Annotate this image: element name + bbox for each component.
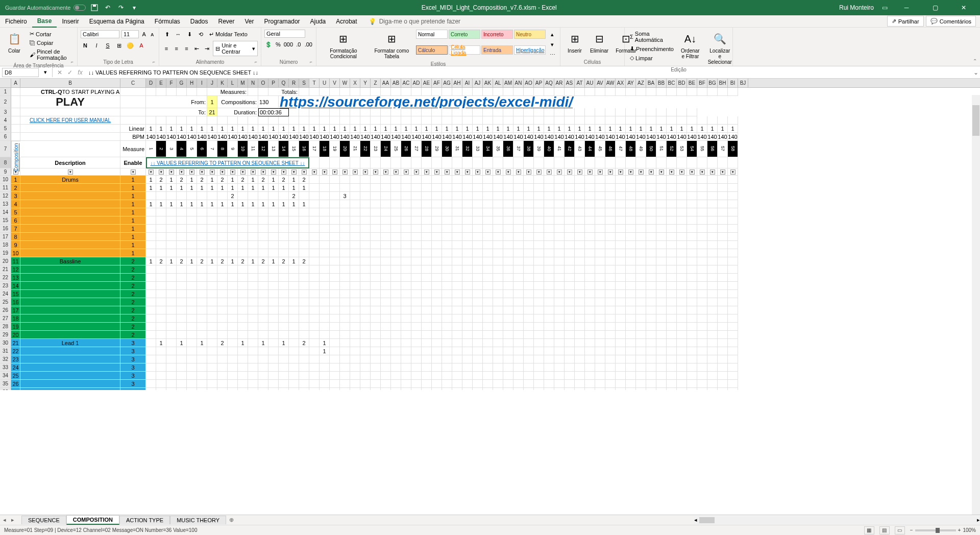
cell[interactable] bbox=[565, 192, 575, 200]
cell[interactable] bbox=[422, 225, 432, 233]
cell[interactable] bbox=[687, 388, 697, 390]
cell[interactable]: 140 bbox=[595, 133, 605, 141]
cell[interactable] bbox=[534, 355, 544, 363]
cell[interactable] bbox=[248, 116, 258, 125]
cell[interactable] bbox=[534, 233, 544, 241]
cell[interactable] bbox=[330, 192, 340, 200]
cell[interactable] bbox=[534, 274, 544, 282]
cell[interactable] bbox=[483, 192, 493, 200]
cell[interactable] bbox=[340, 290, 350, 298]
styles-up-icon[interactable]: ▴ bbox=[548, 30, 557, 39]
cell[interactable] bbox=[554, 176, 565, 184]
cell[interactable] bbox=[20, 141, 120, 157]
cell[interactable] bbox=[432, 249, 442, 257]
filter-icon[interactable]: ▾ bbox=[598, 169, 603, 175]
cell[interactable] bbox=[565, 274, 575, 282]
cell[interactable] bbox=[391, 157, 401, 168]
cell[interactable] bbox=[687, 265, 697, 274]
cell[interactable] bbox=[707, 88, 718, 96]
filter-icon[interactable]: ▾ bbox=[312, 169, 317, 175]
cell[interactable]: 1 bbox=[309, 125, 320, 133]
cell[interactable] bbox=[513, 233, 524, 241]
cell[interactable] bbox=[238, 233, 248, 241]
cell[interactable] bbox=[585, 331, 595, 339]
cell[interactable] bbox=[473, 290, 483, 298]
cell[interactable] bbox=[289, 331, 299, 339]
cell[interactable] bbox=[166, 241, 177, 249]
cell[interactable] bbox=[309, 233, 320, 241]
cell[interactable] bbox=[524, 225, 534, 233]
cell[interactable] bbox=[707, 233, 718, 241]
filter-cell[interactable]: ▾ bbox=[177, 168, 187, 176]
cell[interactable] bbox=[422, 306, 432, 314]
cell[interactable] bbox=[350, 306, 360, 314]
cell[interactable] bbox=[207, 233, 217, 241]
row-header[interactable]: 27 bbox=[0, 314, 11, 323]
cell[interactable] bbox=[197, 241, 207, 249]
cell[interactable] bbox=[473, 355, 483, 363]
cell[interactable] bbox=[289, 108, 299, 116]
cell[interactable]: 2 bbox=[289, 192, 299, 200]
cell[interactable] bbox=[228, 208, 238, 216]
cell[interactable] bbox=[350, 265, 360, 274]
cell[interactable] bbox=[320, 200, 330, 208]
cell[interactable] bbox=[575, 192, 585, 200]
cell[interactable] bbox=[616, 192, 626, 200]
cell[interactable] bbox=[411, 116, 422, 125]
cell[interactable]: 1 bbox=[268, 257, 279, 265]
cell[interactable]: 140 bbox=[238, 133, 248, 141]
cell[interactable] bbox=[371, 249, 381, 257]
filter-cell[interactable]: ▾ bbox=[534, 168, 544, 176]
cell[interactable]: Compositions: bbox=[217, 96, 258, 108]
cell[interactable] bbox=[667, 249, 677, 257]
cell[interactable] bbox=[309, 157, 320, 168]
cell[interactable] bbox=[503, 314, 513, 323]
cell[interactable]: 140 bbox=[503, 133, 513, 141]
cell[interactable] bbox=[707, 347, 718, 355]
cell[interactable] bbox=[289, 355, 299, 363]
cell[interactable] bbox=[309, 339, 320, 347]
cell[interactable] bbox=[483, 116, 493, 125]
cell[interactable] bbox=[483, 363, 493, 372]
cell-track-name[interactable] bbox=[20, 265, 120, 274]
cancel-formula-icon[interactable]: ✕ bbox=[55, 69, 65, 76]
cell[interactable] bbox=[11, 125, 20, 133]
cell[interactable] bbox=[462, 233, 473, 241]
cell[interactable] bbox=[677, 225, 687, 233]
cell[interactable] bbox=[330, 176, 340, 184]
cell[interactable] bbox=[268, 388, 279, 390]
cell[interactable] bbox=[340, 157, 350, 168]
cell[interactable] bbox=[544, 176, 554, 184]
cell[interactable] bbox=[575, 347, 585, 355]
cell[interactable] bbox=[330, 108, 340, 116]
cell[interactable] bbox=[340, 380, 350, 388]
cell[interactable] bbox=[166, 233, 177, 241]
cell[interactable] bbox=[299, 347, 309, 355]
cell[interactable] bbox=[697, 257, 707, 265]
cell-enable[interactable]: 3 bbox=[120, 347, 146, 355]
cell[interactable] bbox=[656, 116, 667, 125]
cell[interactable] bbox=[422, 290, 432, 298]
cell[interactable] bbox=[473, 282, 483, 290]
cell[interactable] bbox=[483, 314, 493, 323]
cell[interactable] bbox=[493, 192, 503, 200]
cell[interactable] bbox=[177, 216, 187, 225]
cell[interactable] bbox=[197, 249, 207, 257]
cell[interactable] bbox=[422, 331, 432, 339]
cell[interactable] bbox=[473, 372, 483, 380]
cell[interactable] bbox=[442, 108, 452, 116]
cell[interactable] bbox=[636, 241, 646, 249]
filter-icon[interactable]: ▾ bbox=[608, 169, 613, 175]
cell[interactable] bbox=[258, 265, 268, 274]
underline-button[interactable]: S bbox=[103, 41, 112, 50]
cell[interactable] bbox=[248, 355, 258, 363]
cell[interactable] bbox=[279, 192, 289, 200]
cell[interactable] bbox=[626, 184, 636, 192]
cell[interactable] bbox=[554, 388, 565, 390]
col-header[interactable]: BE bbox=[687, 79, 697, 87]
col-header[interactable]: AA bbox=[381, 79, 391, 87]
cell[interactable] bbox=[595, 200, 605, 208]
cell[interactable] bbox=[667, 265, 677, 274]
cell[interactable]: 140 bbox=[626, 133, 636, 141]
cell-track-num[interactable]: 21 bbox=[11, 339, 20, 347]
